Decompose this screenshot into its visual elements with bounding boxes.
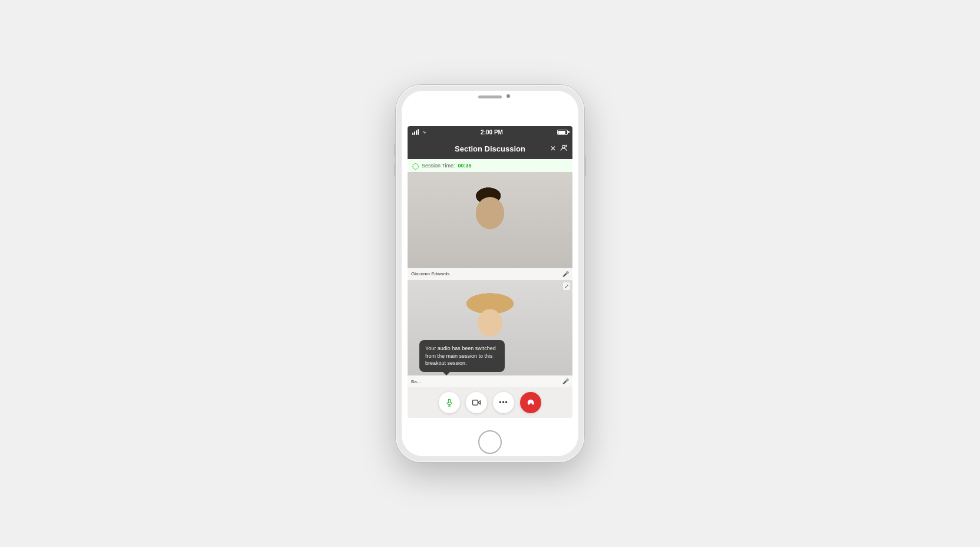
more-button[interactable]: ••• [493, 392, 514, 413]
wifi-icon: ∿ [422, 130, 426, 135]
nav-title: Section Discussion [455, 144, 525, 153]
volume-up-button[interactable] [394, 144, 396, 157]
signal-bar-3 [416, 130, 417, 135]
video-button[interactable] [466, 392, 487, 413]
video-top: Giacomo Edwards 🎤 [408, 172, 572, 280]
video-top-person-name: Giacomo Edwards [411, 271, 449, 276]
power-button[interactable] [584, 156, 586, 176]
svg-marker-6 [478, 401, 480, 404]
video-bottom: ⤢ Ba... 🎤 Your audio has been switched f… [408, 280, 572, 388]
session-time: 00:35 [458, 163, 472, 169]
status-time: 2:00 PM [481, 129, 503, 136]
mic-button[interactable] [439, 392, 460, 413]
status-right [557, 130, 568, 135]
video-bottom-mic-icon: 🎤 [562, 378, 569, 384]
battery-fill [558, 131, 565, 134]
clock-icon: ◯ [412, 163, 419, 169]
phone-frame: ∿ 2:00 PM Section Discussion ✕︎ [396, 85, 584, 462]
phone-screen: ∿ 2:00 PM Section Discussion ✕︎ [402, 91, 578, 456]
session-bar: ◯ Session Time: 00:35 [408, 159, 572, 172]
svg-rect-7 [473, 400, 478, 405]
video-bottom-label-bar: Ba... 🎤 [408, 375, 572, 387]
volume-down-button[interactable] [394, 163, 396, 176]
user-icon [559, 144, 568, 153]
controls-bar: ••• [408, 387, 572, 418]
tooltip-message: Your audio has been switched from the ma… [425, 345, 496, 366]
home-button[interactable] [478, 430, 502, 454]
phone-speaker [478, 95, 502, 98]
signal-bar-4 [418, 129, 419, 135]
app-screen: ∿ 2:00 PM Section Discussion ✕︎ [408, 126, 572, 418]
svg-rect-3 [448, 399, 451, 403]
end-call-button[interactable] [520, 392, 541, 413]
status-bar: ∿ 2:00 PM [408, 126, 572, 138]
svg-point-0 [562, 145, 565, 148]
phone-camera [506, 94, 510, 98]
video-top-feed [408, 172, 572, 280]
signal-bar-1 [412, 133, 413, 135]
expand-icon[interactable]: ⤢ [563, 282, 570, 290]
signal-bar-2 [414, 131, 415, 135]
nav-bar: Section Discussion ✕︎ [408, 138, 572, 159]
session-label: Session Time: [422, 163, 455, 169]
more-dots-icon: ••• [499, 398, 508, 407]
video-top-label-bar: Giacomo Edwards 🎤 [408, 268, 572, 280]
bluetooth-icon: ✕︎ [550, 144, 556, 153]
video-top-mic-icon: 🎤 [562, 271, 569, 277]
video-bottom-person-name: Ba... [411, 379, 421, 384]
battery-icon [557, 130, 568, 135]
status-left: ∿ [412, 129, 426, 135]
audio-switched-tooltip: Your audio has been switched from the ma… [419, 340, 505, 372]
signal-bars [412, 129, 419, 135]
